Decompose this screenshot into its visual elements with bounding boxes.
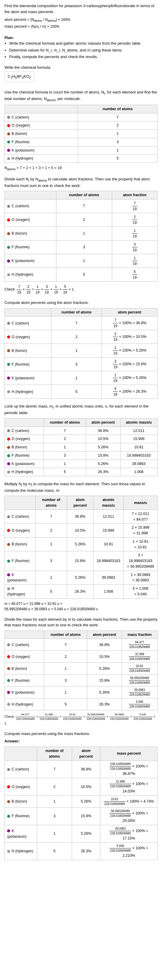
total-atoms: Natoms = 7 + 2 + 1 + 3 + 1 + 5 = 19 (5, 165, 157, 172)
mass-percent-table: number of atoms atom percent mass percen… (5, 747, 157, 860)
table-row: K (potassium) 1 5.26% 39.0983 (5, 460, 157, 468)
plan-title: Plan: (5, 35, 157, 41)
table-row: K (potassium) 1 5.26% 39.0983228.0185094… (5, 686, 157, 698)
col-num: number of atoms (56, 191, 112, 199)
mass-percent-formula: mass percent = (Nimi / m) × 100% (5, 24, 157, 30)
count-b: 1 (78, 130, 157, 138)
count-intro: Use the chemical formula to count the nu… (5, 89, 157, 102)
atom-frac-intro: Divide each Ni by Natoms to calculate at… (5, 176, 157, 188)
n-k: 1 (56, 254, 112, 268)
table-row: K (potassium)1 (5, 146, 157, 154)
table-row: H (hydrogen) 5 519 × 100% = 26.3% (5, 385, 157, 399)
atom-fraction-section: Divide each Ni by Natoms to calculate at… (5, 176, 157, 295)
table-row: H (hydrogen)5 (5, 154, 157, 163)
table-row: F (fluorine) 3 15.8% 18.998403163 (5, 451, 157, 460)
el-b: B (boron) (5, 227, 57, 240)
molecular-mass-section: Multiply Ni by mi to compute the mass fo… (5, 481, 157, 612)
col-el2 (5, 308, 51, 317)
final-intro: Compute mass percents using the mass fra… (5, 731, 157, 737)
table-row: O (oxygen)2 (5, 121, 157, 130)
mass-frac-intro: Divide the mass for each element by m to… (5, 617, 157, 628)
table-row: B (boron) 1 5.26% 10.81 1 × 10.81= 10.81 (5, 537, 157, 551)
atom-fraction-table: number of atoms atom fraction C (carbon)… (5, 191, 157, 282)
formula-box: C7H5BF3KO2 (5, 72, 34, 82)
final-answer-section: Compute mass percents using the mass fra… (5, 731, 157, 860)
table-row: C (carbon)7 (5, 113, 157, 121)
el-o: O (oxygen) (5, 213, 57, 227)
n-c: 7 (56, 199, 112, 213)
plan-step-1: Write the chemical formula and gather at… (9, 40, 157, 46)
plan-section: Plan: Write the chemical formula and gat… (5, 35, 157, 60)
check-mass-frac: Check: 84.077228.018509489 + 31.998228.0… (5, 713, 157, 726)
table-row: C (carbon) 7 36.8% 12.011 (5, 426, 157, 435)
mol-mass-intro: Multiply Ni by mi to compute the mass fo… (5, 481, 157, 493)
atomic-mass-table: number of atoms atom percent atomic mass… (5, 418, 157, 476)
table-row: O (oxygen) 2 10.5% 31.998228.018509489 (5, 651, 157, 663)
atomic-mass-intro: Look up the atomic mass, mi, in unified … (5, 403, 157, 415)
formula-section: Write the chemical formula: C7H5BF3KO2 (5, 65, 157, 84)
table-row: K (potassium) 1 119 (5, 254, 157, 268)
count-o: 2 (78, 121, 157, 130)
table-row: F (fluorine) 3 319 (5, 240, 157, 254)
frac-o: 219 (112, 213, 157, 227)
table-row: B (boron) 1 119 × 100% = 5.26% (5, 344, 157, 358)
table-row: H (hydrogen) 5 26.3% 1.008 (5, 468, 157, 476)
element-f: F (fluorine) (5, 138, 78, 146)
count-c: 7 (78, 113, 157, 121)
table-row: C (carbon) 7 36.8% 12.011 7 × 12.011= 84… (5, 510, 157, 523)
molecular-mass-table: number of atoms atom percent atomic mass… (5, 496, 157, 598)
answer-label: Answer: (5, 738, 157, 744)
element-k: K (potassium) (5, 146, 78, 154)
element-o: O (oxygen) (5, 121, 78, 130)
table-row: B (boron)1 (5, 130, 157, 138)
frac-c: 719 (112, 199, 157, 213)
count-table: number of atoms C (carbon)7 O (oxygen)2 … (5, 105, 157, 163)
plan-step-3: Finally, compute the percents and check … (9, 54, 157, 60)
col-pct: atom percent (102, 308, 157, 317)
table-row: F (fluorine) 3 15.8% 56.995209489228.018… (5, 807, 157, 825)
table-row: F (fluorine) 3 15.8% 18.998403163 3 × 18… (5, 551, 157, 571)
col-frac: atom fraction (112, 191, 157, 199)
table-row: H (hydrogen) 5 26.3% 5.040228.018509489 (5, 698, 157, 710)
intro-title: Find the elemental composition for potas… (5, 3, 157, 14)
frac-b: 119 (112, 227, 157, 240)
plan-list: Write the chemical formula and gather at… (9, 40, 157, 60)
table-row: O (oxygen) 2 10.5% 15.999 (5, 435, 157, 443)
el-k: K (potassium) (5, 254, 57, 268)
mol-mass-total: m = 84.077 u + 31.998 u + 10.81 u +56.99… (5, 601, 157, 612)
table-row: F (fluorine) 3 319 × 100% = 15.8% (5, 358, 157, 371)
atom-percent-table: number of atoms atom percent C (carbon) … (5, 308, 157, 399)
table-row: C (carbon) 7 36.8% 228.018509489228.0185… (5, 760, 157, 778)
atom-pct-intro: Compute atom percents using the atom fra… (5, 300, 157, 306)
atomic-mass-section: Look up the atomic mass, mi, in unified … (5, 403, 157, 476)
table-row: B (boron) 1 119 (5, 227, 157, 240)
intro-section: Find the elemental composition for potas… (5, 3, 157, 30)
count-f: 3 (78, 138, 157, 146)
mass-fraction-section: Divide the mass for each element by m to… (5, 617, 157, 726)
element-c: C (carbon) (5, 113, 78, 121)
count-k: 1 (78, 146, 157, 154)
element-b: B (boron) (5, 130, 78, 138)
frac-f: 319 (112, 240, 157, 254)
table-row: O (oxygen) 2 10.5% 15.999 2 × 15.999= 31… (5, 523, 157, 538)
table-row: H (hydrogen) 5 26.3% 1.008 5 × 1.008= 5.… (5, 585, 157, 599)
atom-percent-formula: atom percent = (Natoms / Natoms) × 100% (5, 17, 157, 23)
table-row: K (potassium) 1 5.26% 39.0983 1 × 39.098… (5, 571, 157, 585)
col-numatoms-1: number of atoms (78, 105, 157, 113)
table-row: F (fluorine) 3 15.8% 56.995209489228.018… (5, 675, 157, 686)
element-h: H (hydrogen) (5, 154, 78, 163)
n-b: 1 (56, 227, 112, 240)
el-h: H (hydrogen) (5, 268, 57, 282)
table-row: O (oxygen) 2 219 (5, 213, 157, 227)
frac-k: 119 (112, 254, 157, 268)
table-row: K (potassium) 1 5.26% 39.0983228.0185094… (5, 825, 157, 842)
el-f: F (fluorine) (5, 240, 57, 254)
table-row: O (oxygen) 2 219 × 100% = 10.5% (5, 330, 157, 344)
table-row: H (hydrogen) 5 519 (5, 268, 157, 282)
table-row: C (carbon) 7 36.8% 84.077228.018509489 (5, 639, 157, 651)
table-row: O (oxygen) 2 10.5% 31.998228.018509489 ×… (5, 778, 157, 796)
col-el (5, 191, 57, 199)
el-c: C (carbon) (5, 199, 57, 213)
table-row: B (boron) 1 5.26% 10.81228.018509489 (5, 663, 157, 675)
table-row: K (potassium) 1 119 × 100% = 5.26% (5, 371, 157, 385)
